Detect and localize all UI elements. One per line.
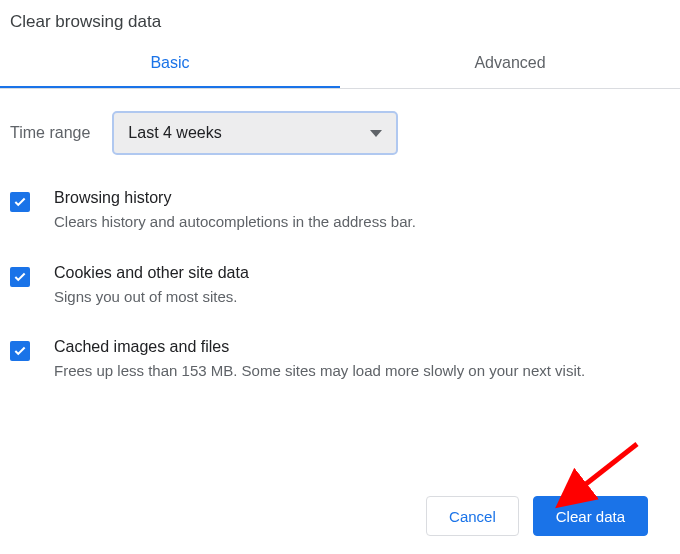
time-range-label: Time range bbox=[10, 124, 90, 142]
clear-data-button[interactable]: Clear data bbox=[533, 496, 648, 536]
tab-basic[interactable]: Basic bbox=[0, 42, 340, 88]
footer-buttons: Cancel Clear data bbox=[426, 496, 648, 536]
dialog-body: Time range Last 4 weeks Browsing history… bbox=[0, 89, 680, 413]
check-icon bbox=[13, 344, 27, 358]
option-browsing-history: Browsing history Clears history and auto… bbox=[10, 189, 670, 264]
tab-advanced[interactable]: Advanced bbox=[340, 42, 680, 88]
time-range-dropdown[interactable]: Last 4 weeks bbox=[112, 111, 398, 155]
option-description: Signs you out of most sites. bbox=[54, 286, 654, 309]
tab-bar: Basic Advanced bbox=[0, 42, 680, 89]
option-title: Browsing history bbox=[54, 189, 670, 207]
time-range-value: Last 4 weeks bbox=[128, 124, 221, 142]
option-description: Clears history and autocompletions in th… bbox=[54, 211, 654, 234]
option-cached: Cached images and files Frees up less th… bbox=[10, 338, 670, 413]
checkbox-cookies[interactable] bbox=[10, 267, 30, 287]
option-text: Browsing history Clears history and auto… bbox=[54, 189, 670, 234]
option-text: Cookies and other site data Signs you ou… bbox=[54, 264, 670, 309]
option-cookies: Cookies and other site data Signs you ou… bbox=[10, 264, 670, 339]
cancel-button[interactable]: Cancel bbox=[426, 496, 519, 536]
option-text: Cached images and files Frees up less th… bbox=[54, 338, 670, 383]
svg-line-0 bbox=[563, 444, 637, 502]
checkbox-browsing-history[interactable] bbox=[10, 192, 30, 212]
dialog-title: Clear browsing data bbox=[0, 0, 680, 42]
option-title: Cookies and other site data bbox=[54, 264, 670, 282]
chevron-down-icon bbox=[370, 130, 382, 137]
check-icon bbox=[13, 270, 27, 284]
checkbox-cached[interactable] bbox=[10, 341, 30, 361]
option-title: Cached images and files bbox=[54, 338, 670, 356]
check-icon bbox=[13, 195, 27, 209]
option-description: Frees up less than 153 MB. Some sites ma… bbox=[54, 360, 654, 383]
time-range-row: Time range Last 4 weeks bbox=[10, 111, 670, 155]
